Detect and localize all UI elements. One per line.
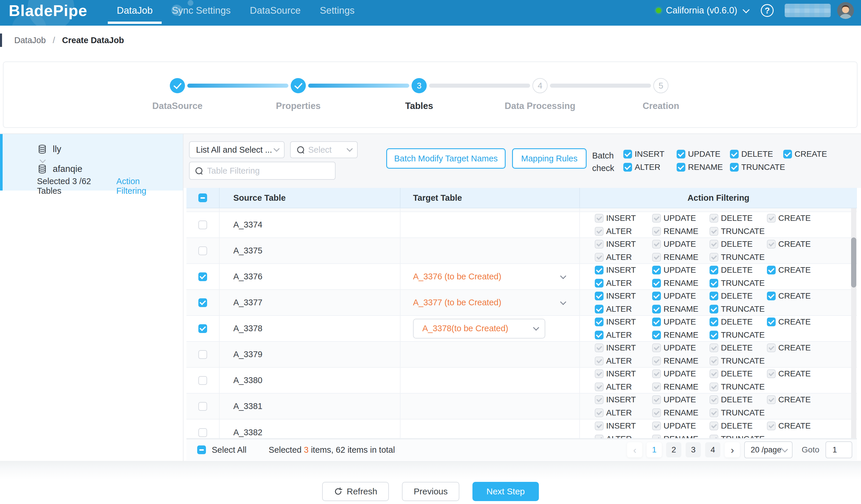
page-button-3[interactable]: 3 — [686, 442, 701, 458]
checked-checkbox-icon[interactable] — [710, 266, 718, 274]
checked-checkbox-icon[interactable] — [595, 331, 603, 339]
checked-checkbox-icon[interactable] — [710, 331, 718, 339]
action-update: UPDATE — [652, 369, 710, 379]
checked-checkbox-icon[interactable] — [767, 291, 776, 300]
checked-checkbox-icon[interactable] — [710, 291, 718, 300]
chevron-down-icon — [533, 324, 539, 330]
step-label-properties: Properties — [276, 101, 320, 111]
checked-checkbox-icon[interactable] — [730, 150, 739, 159]
page-button-1[interactable]: 1 — [647, 442, 662, 458]
checked-checkbox-icon[interactable] — [710, 317, 718, 326]
checked-checkbox-icon[interactable] — [676, 163, 685, 172]
mapping-rules-button[interactable]: Mapping Rules — [512, 148, 587, 169]
checked-checkbox-icon[interactable] — [595, 291, 603, 300]
disabled-checkbox-icon — [595, 214, 603, 222]
action-filtering-cell: INSERTUPDATEDELETECREATEALTERRENAMETRUNC… — [580, 238, 857, 263]
next-step-button[interactable]: Next Step — [473, 482, 539, 501]
list-mode-select[interactable]: List All and Select ... — [189, 141, 285, 158]
checked-row-checkbox[interactable] — [199, 272, 207, 281]
nav-item-datajob[interactable]: DataJob — [107, 4, 162, 17]
breadcrumb-parent[interactable]: DataJob — [14, 36, 46, 45]
checked-checkbox-icon[interactable] — [767, 317, 776, 326]
action-label-delete: DELETE — [721, 291, 753, 301]
checked-checkbox-icon[interactable] — [652, 266, 661, 274]
checked-checkbox-icon[interactable] — [595, 305, 603, 313]
action-label-update: UPDATE — [664, 291, 696, 301]
environment-label[interactable]: California (v0.6.0) — [666, 5, 737, 16]
checked-checkbox-icon[interactable] — [595, 279, 603, 288]
checked-checkbox-icon[interactable] — [652, 279, 661, 288]
table-select-dropdown[interactable]: Select — [290, 141, 358, 158]
action-rename: RENAME — [652, 408, 710, 418]
checked-checkbox-icon[interactable] — [595, 266, 603, 274]
action-label-alter: ALTER — [606, 408, 632, 418]
app-logo[interactable]: BladePipe — [9, 1, 87, 19]
select-all-header-checkbox[interactable] — [199, 193, 207, 202]
source-table-cell: A_3374 — [220, 212, 400, 237]
checked-row-checkbox[interactable] — [199, 324, 207, 333]
unchecked-row-checkbox[interactable] — [199, 246, 207, 255]
checked-checkbox-icon[interactable] — [595, 317, 603, 326]
checked-row-checkbox[interactable] — [199, 298, 207, 307]
unchecked-row-checkbox[interactable] — [199, 220, 207, 229]
nav-item-datasource[interactable]: DataSource — [240, 4, 310, 17]
avatar[interactable] — [837, 2, 854, 19]
scrollbar-thumb[interactable] — [851, 237, 856, 288]
checked-checkbox-icon[interactable] — [730, 163, 739, 172]
row-select-cell — [187, 394, 220, 419]
checked-checkbox-icon[interactable] — [783, 150, 792, 159]
nav-item-sync-settings[interactable]: Sync Settings — [162, 4, 240, 17]
goto-page-input[interactable] — [825, 441, 852, 458]
chevron-down-icon[interactable] — [742, 6, 749, 13]
checked-checkbox-icon[interactable] — [652, 331, 661, 339]
chevron-down-icon — [274, 146, 279, 152]
username-redacted[interactable] — [785, 4, 831, 17]
action-label-update: UPDATE — [664, 214, 696, 223]
checked-checkbox-icon[interactable] — [623, 163, 632, 172]
action-label-insert: INSERT — [606, 421, 636, 431]
page-button-2[interactable]: 2 — [666, 442, 681, 458]
unchecked-row-checkbox[interactable] — [199, 350, 207, 359]
checked-checkbox-icon[interactable] — [676, 150, 685, 159]
action-delete: DELETE — [710, 214, 767, 223]
action-delete: DELETE — [710, 421, 767, 431]
batch-action-label-delete: DELETE — [741, 149, 773, 159]
checked-checkbox-icon[interactable] — [710, 305, 718, 313]
refresh-button-label: Refresh — [346, 487, 377, 496]
checked-checkbox-icon[interactable] — [710, 279, 718, 288]
action-delete: DELETE — [710, 343, 767, 353]
help-icon[interactable]: ? — [761, 4, 774, 17]
table-filter-input[interactable] — [206, 166, 329, 176]
disabled-checkbox-icon — [710, 382, 718, 391]
action-label-create: CREATE — [778, 317, 811, 327]
checked-checkbox-icon[interactable] — [652, 291, 661, 300]
table-footer: Select All Selected 3 items, 62 items in… — [187, 439, 857, 460]
selected-count: 3 — [304, 445, 309, 454]
checked-checkbox-icon[interactable] — [652, 317, 661, 326]
select-all-checkbox[interactable] — [197, 446, 206, 454]
action-label-insert: INSERT — [606, 317, 636, 327]
action-filtering-link[interactable]: Action Filtering — [116, 177, 171, 196]
target-table-cell: A_3376 (to be Created) — [400, 264, 580, 289]
checked-checkbox-icon[interactable] — [767, 266, 776, 274]
page-size-select[interactable]: 20 /page — [744, 441, 793, 458]
unchecked-row-checkbox[interactable] — [199, 402, 207, 411]
previous-button[interactable]: Previous — [402, 482, 459, 501]
nav-item-settings[interactable]: Settings — [310, 4, 364, 17]
target-table-select[interactable]: A_3378(to be Created) — [413, 319, 545, 339]
tables-table: Source Table Target Table Action Filteri… — [187, 188, 857, 439]
batch-modify-target-names-button[interactable]: Batch Modify Target Names — [386, 148, 506, 169]
unchecked-row-checkbox[interactable] — [199, 428, 207, 437]
checked-checkbox-icon[interactable] — [623, 150, 632, 159]
select-all-label[interactable]: Select All — [212, 445, 246, 455]
action-truncate: TRUNCATE — [710, 227, 767, 236]
unchecked-row-checkbox[interactable] — [199, 376, 207, 385]
next-page-button[interactable]: › — [725, 442, 740, 458]
disabled-checkbox-icon — [652, 435, 661, 439]
action-label-create: CREATE — [778, 369, 811, 379]
action-create: CREATE — [767, 369, 811, 379]
page-button-4[interactable]: 4 — [705, 442, 720, 458]
disabled-checkbox-icon — [652, 214, 661, 222]
checked-checkbox-icon[interactable] — [652, 305, 661, 313]
refresh-button[interactable]: Refresh — [322, 482, 389, 501]
